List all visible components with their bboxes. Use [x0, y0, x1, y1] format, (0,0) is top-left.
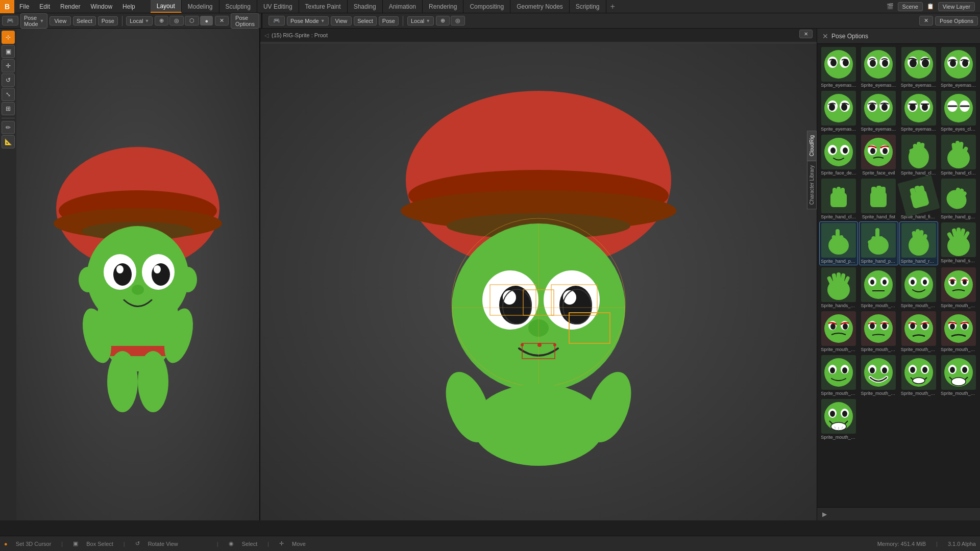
svg-point-219 — [842, 411, 847, 417]
pose-item-eyemask1[interactable]: Sprite_eyemask_... — [819, 46, 858, 89]
pose-item-mouth-fro3[interactable]: Sprite_mouth_sm... — [819, 354, 858, 397]
close-viewport-btn[interactable]: ✕ — [215, 16, 229, 26]
pose-item-eyemask2[interactable]: Sprite_eyemask_... — [859, 46, 898, 89]
right-view-btn[interactable]: View — [331, 16, 352, 26]
pose-item-eyemask6[interactable]: Sprite_eyemask_... — [859, 90, 898, 133]
right-overlay-btn[interactable]: ◎ — [451, 16, 465, 26]
scene-selector[interactable]: Scene — [898, 2, 923, 11]
gizmo-btn[interactable]: ⊕ — [155, 16, 168, 26]
panel-nav: ▶ — [817, 507, 980, 520]
pose-item-eyemask4[interactable]: Sprite_eyemask_... — [939, 46, 978, 89]
pose-label-mouth-fro: Sprite_mouth_fro... — [901, 347, 937, 352]
viewport-type-btn[interactable]: 🎮 — [2, 16, 18, 26]
pose-item-eyemask5[interactable]: Sprite_eyemask_... — [819, 90, 858, 133]
view-btn[interactable]: View — [50, 16, 71, 26]
tab-modeling[interactable]: Modeling — [182, 0, 219, 13]
right-local-dropdown[interactable]: Local ▼ — [407, 16, 434, 26]
vtab-cloudrig[interactable]: CloudRig — [807, 131, 817, 161]
right-viewport-type-btn[interactable]: 🎮 — [268, 16, 285, 26]
xray-btn[interactable]: ⬡ — [185, 16, 199, 26]
pose-options-btn[interactable]: Pose Options — [231, 13, 259, 29]
pose-item-face-default[interactable]: Sprite_face_defaul... — [819, 134, 858, 177]
pose-item-face-evil[interactable]: Sprite_face_evil — [859, 134, 898, 177]
transform-tool-btn[interactable]: ⊞ — [2, 102, 15, 115]
left-character-view[interactable] — [16, 29, 259, 520]
pose-item-hand-point[interactable]: Sprite_hand_point — [819, 221, 858, 265]
tab-animation[interactable]: Animation — [383, 0, 423, 13]
menu-render[interactable]: Render — [55, 0, 85, 13]
measure-tool-btn[interactable]: 📐 — [2, 135, 15, 148]
pose-item-hand-claw[interactable]: Sprite_hand_claw — [899, 134, 938, 177]
pose-item-eyemask7[interactable]: Sprite_eyemask_... — [899, 90, 938, 133]
pose-item-mouth-evi2[interactable]: Sprite_mouth_evi... — [819, 310, 858, 353]
panel-close-button[interactable]: ✕ — [821, 32, 829, 40]
tab-uv-editing[interactable]: UV Editing — [257, 0, 299, 13]
pose-item-mouth-sm5[interactable]: Sprite_mouth_sm... — [819, 398, 858, 441]
right-select-dropdown[interactable]: Select — [354, 16, 377, 26]
pose-thumb-hand-fist2 — [897, 174, 940, 217]
cursor-tool-btn[interactable]: ⊹ — [2, 31, 15, 44]
tab-shading[interactable]: Shading — [348, 0, 383, 13]
right-pose-dropdown[interactable]: Pose — [379, 16, 399, 26]
right-pose-options-btn[interactable]: Pose Options — [935, 16, 978, 26]
top-menu-bar: B File Edit Render Window Help Layout Mo… — [0, 0, 980, 13]
view-layer-selector[interactable]: View Layer — [938, 2, 975, 11]
tab-sculpting[interactable]: Sculpting — [219, 0, 257, 13]
pose-item-mouth-fro2[interactable]: Sprite_mouth_fro... — [939, 310, 978, 353]
pose-item-mouth-def[interactable]: Sprite_mouth_def... — [899, 266, 938, 309]
pose-item-hand-fist2[interactable]: Sprite_hand_fist2 — [899, 178, 938, 220]
menu-file[interactable]: File — [14, 0, 34, 13]
pose-item-mouth-sm2[interactable]: Sprite_mouth_sm... — [859, 354, 898, 397]
mode-dropdown[interactable]: Pose Mode ▼ — [20, 13, 47, 29]
right-gizmo-btn[interactable]: ⊕ — [436, 16, 450, 26]
pose-item-hand-claw2[interactable]: Sprite_hand_claw2 — [939, 134, 978, 177]
right-vp-close[interactable]: ✕ — [799, 30, 813, 38]
right-viewport[interactable]: ◁ (15) RIG-Sprite : Proot ✕ — [260, 29, 817, 520]
tab-rendering[interactable]: Rendering — [423, 0, 463, 13]
pose-item-hand-fist[interactable]: Sprite_hand_fist — [859, 178, 898, 220]
pose-item-hand-poin2[interactable]: Sprite_hand_poin... — [859, 221, 898, 265]
pose-item-eyes-close[interactable]: Sprite_eyes_close — [939, 90, 978, 133]
pose-item-mouth-sm3[interactable]: Sprite_mouth_sm... — [899, 354, 938, 397]
select-tool-btn[interactable]: ▣ — [2, 45, 15, 58]
add-workspace-button[interactable]: + — [606, 2, 619, 11]
pose-item-mouth-co[interactable]: Sprite_mouth_co... — [859, 266, 898, 309]
tab-scripting[interactable]: Scripting — [570, 0, 606, 13]
tab-compositing[interactable]: Compositing — [463, 0, 510, 13]
menu-edit[interactable]: Edit — [34, 0, 55, 13]
pose-label-mouth-evi2: Sprite_mouth_evi... — [821, 347, 856, 352]
scale-tool-btn[interactable]: ⤡ — [2, 88, 15, 101]
right-close-viewport-btn[interactable]: ✕ — [919, 16, 933, 26]
pose-thumb-mouth-sm3 — [901, 355, 936, 390]
menu-help[interactable]: Help — [117, 0, 140, 13]
move-tool-btn[interactable]: ✛ — [2, 59, 15, 72]
tab-geometry-nodes[interactable]: Geometry Nodes — [510, 0, 570, 13]
overlay-btn[interactable]: ◎ — [169, 16, 184, 26]
pose-thumb-mouth-evi — [941, 267, 976, 302]
pose-dropdown[interactable]: Pose — [98, 16, 118, 26]
vtab-char-library[interactable]: Character Library — [807, 161, 817, 209]
local-dropdown[interactable]: Local ▼ — [126, 16, 153, 26]
pose-item-mouth-evi[interactable]: Sprite_mouth_evi... — [939, 266, 978, 309]
pose-item-hands-spr[interactable]: Sprite_hands_spr... — [819, 266, 858, 309]
pose-item-hand-spre[interactable]: Sprite_hand_spre... — [939, 221, 978, 265]
solid-btn[interactable]: ● — [200, 16, 213, 26]
right-mode-dropdown[interactable]: Pose Mode ▼ — [287, 16, 329, 26]
left-viewport[interactable]: ⊹ ▣ ✛ ↺ ⤡ ⊞ ✏ 📐 — [0, 29, 260, 520]
pose-item-hand-relax[interactable]: Sprite_hand_relax — [899, 221, 938, 265]
pose-item-hand-grab[interactable]: Sprite_hand_grab — [939, 178, 978, 220]
menu-window[interactable]: Window — [85, 0, 117, 13]
svg-rect-116 — [832, 188, 837, 196]
pose-item-eyemask3[interactable]: Sprite_eyemask_... — [899, 46, 938, 89]
select-dropdown[interactable]: Select — [73, 16, 96, 26]
tab-layout[interactable]: Layout — [151, 0, 182, 13]
tab-texture-paint[interactable]: Texture Paint — [299, 0, 348, 13]
panel-play-btn[interactable]: ▶ — [819, 509, 829, 519]
pose-item-hand-close[interactable]: Sprite_hand_clos... — [819, 178, 858, 220]
pose-label-hand-spre: Sprite_hand_spre... — [941, 258, 976, 263]
rotate-tool-btn[interactable]: ↺ — [2, 73, 15, 87]
annotate-tool-btn[interactable]: ✏ — [2, 121, 15, 134]
pose-item-mouth-sm4[interactable]: Sprite_mouth_sm... — [939, 354, 978, 397]
pose-item-mouth-fro[interactable]: Sprite_mouth_fro... — [899, 310, 938, 353]
pose-item-mouth-ev3[interactable]: Sprite_mouth_evi... — [859, 310, 898, 353]
